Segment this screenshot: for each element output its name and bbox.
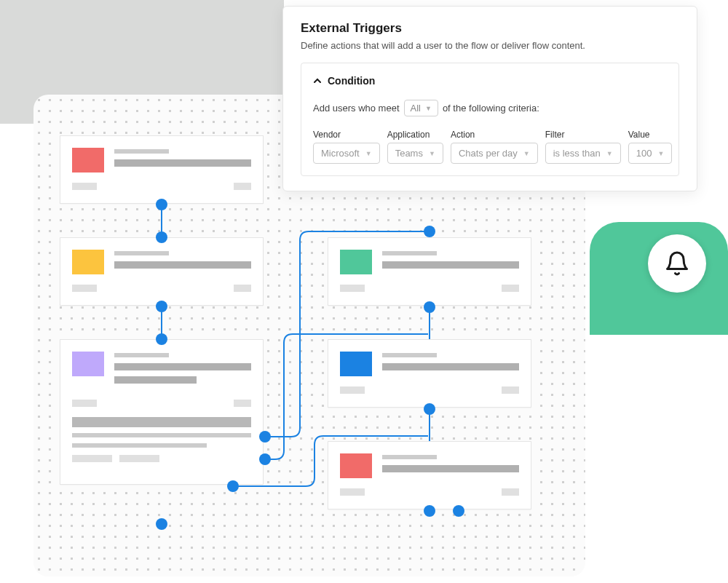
card-text-placeholder — [382, 352, 519, 376]
chevron-down-icon: ▼ — [523, 150, 530, 157]
external-triggers-panel: External Triggers Define actions that wi… — [282, 6, 697, 191]
sentence-suffix: of the following criteria: — [443, 103, 539, 114]
action-label: Action — [451, 130, 538, 140]
card-badge — [340, 386, 365, 394]
application-select[interactable]: Teams ▼ — [387, 143, 443, 164]
notification-button[interactable] — [648, 234, 706, 293]
card-text-placeholder — [382, 250, 519, 274]
vendor-select[interactable]: Microsoft ▼ — [313, 143, 380, 164]
card-badge — [502, 488, 519, 496]
chevron-up-icon — [313, 76, 322, 85]
select-value: Microsoft — [321, 148, 360, 159]
card-detail-section — [72, 417, 251, 462]
card-badge — [340, 488, 365, 496]
card-badge — [234, 285, 251, 292]
flow-card-2[interactable] — [60, 237, 264, 306]
filter-select[interactable]: is less than ▼ — [545, 143, 621, 164]
filter-label: Filter — [545, 130, 621, 140]
flow-card-4[interactable] — [328, 237, 531, 306]
condition-box: Condition Add users who meet All ▼ of th… — [301, 63, 679, 176]
flow-card-3[interactable] — [60, 339, 264, 485]
select-value: 100 — [636, 148, 652, 159]
condition-sentence: Add users who meet All ▼ of the followin… — [313, 100, 667, 116]
card-text-placeholder — [382, 453, 519, 478]
card-badge — [72, 285, 97, 292]
select-value: All — [411, 103, 421, 114]
card-color-swatch — [72, 352, 104, 376]
chevron-down-icon: ▼ — [365, 150, 372, 157]
flow-card-1[interactable] — [60, 135, 264, 204]
condition-fields: Vendor Microsoft ▼ Application Teams ▼ A… — [313, 130, 667, 164]
chevron-down-icon: ▼ — [606, 150, 613, 157]
card-badge — [72, 400, 97, 407]
flow-card-6[interactable] — [328, 441, 531, 509]
condition-header[interactable]: Condition — [313, 75, 667, 87]
application-label: Application — [387, 130, 443, 140]
select-value: is less than — [553, 148, 601, 159]
card-color-swatch — [72, 250, 104, 274]
card-color-swatch — [340, 352, 372, 376]
sentence-prefix: Add users who meet — [313, 103, 400, 114]
card-badge — [119, 455, 159, 462]
card-text-placeholder — [114, 148, 251, 172]
action-select[interactable]: Chats per day ▼ — [451, 143, 538, 164]
card-badge — [72, 455, 112, 462]
card-color-swatch — [340, 453, 372, 478]
card-text-placeholder — [114, 352, 251, 389]
vendor-label: Vendor — [313, 130, 380, 140]
card-badge — [502, 285, 519, 292]
card-badge — [340, 285, 365, 292]
select-value: Teams — [395, 148, 423, 159]
card-badge — [234, 400, 251, 407]
value-select[interactable]: 100 ▼ — [628, 143, 673, 164]
flow-card-5[interactable] — [328, 339, 531, 408]
value-label: Value — [628, 130, 673, 140]
card-badge — [72, 183, 97, 190]
match-mode-select[interactable]: All ▼ — [404, 100, 438, 116]
card-text-placeholder — [114, 250, 251, 274]
panel-title: External Triggers — [301, 21, 679, 36]
card-badge — [502, 386, 519, 394]
chevron-down-icon: ▼ — [425, 105, 432, 112]
chevron-down-icon: ▼ — [429, 150, 435, 157]
card-color-swatch — [340, 250, 372, 274]
select-value: Chats per day — [459, 148, 518, 159]
card-badge — [234, 183, 251, 190]
chevron-down-icon: ▼ — [657, 150, 664, 157]
bell-icon — [664, 250, 690, 277]
card-color-swatch — [72, 148, 104, 172]
condition-label: Condition — [328, 75, 375, 87]
panel-subtitle: Define actions that will add a user to t… — [301, 40, 679, 51]
